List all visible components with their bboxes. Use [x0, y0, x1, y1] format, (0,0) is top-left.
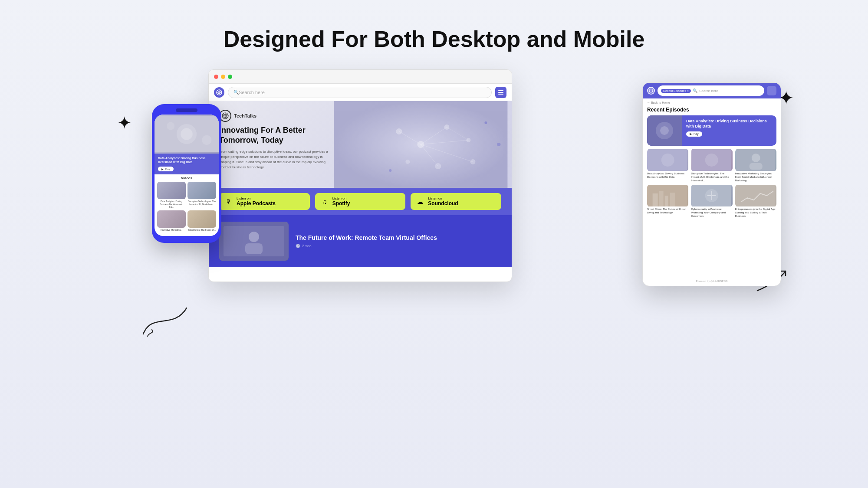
tablet-footer: Powered by ◎ LEARNPOD	[643, 279, 781, 282]
tablet-menu-button[interactable]	[767, 86, 776, 95]
spotify-icon: ♫	[320, 197, 329, 206]
svg-point-45	[751, 154, 760, 162]
video-thumb-inner	[219, 222, 289, 261]
svg-point-4	[202, 135, 211, 145]
laptop-logo	[214, 87, 224, 98]
tablet-search-bar[interactable]: Recent Episodes × 🔍 Search here	[658, 85, 764, 96]
grid-title-4: Smart Cities: The Future of Urban Living…	[647, 208, 688, 215]
svg-point-43	[705, 154, 718, 167]
phone-video-grid: Data Analytics: Driving Business Decisio…	[155, 182, 219, 231]
phone-screen: Data Analytics: Driving Business Decisio…	[155, 115, 219, 236]
tablet-grid-item-3: Innovative Marketing Strategies: From So…	[735, 149, 776, 182]
svg-point-29	[497, 143, 501, 146]
tablet-back-link[interactable]: ← Back to Home	[643, 98, 781, 107]
apple-podcasts-button[interactable]: 🎙 Listen on Apple Podcasts	[219, 193, 310, 210]
hero-title: Innovating For A Better Tomorrow, Today	[219, 125, 315, 146]
chrome-minimize-dot	[221, 75, 225, 79]
svg-rect-51	[670, 193, 675, 206]
svg-rect-34	[245, 243, 263, 254]
grid-title-3: Innovative Marketing Strategies: From So…	[735, 172, 776, 182]
grid-title-6: Entrepreneurship in the Digital Age: Sta…	[735, 208, 776, 218]
svg-point-35	[648, 87, 654, 94]
deco-swirl	[139, 304, 191, 338]
svg-rect-49	[659, 191, 664, 206]
spotify-button[interactable]: ♫ Listen on Spotify	[315, 193, 406, 210]
apple-podcasts-icon: 🎙	[224, 197, 233, 206]
tablet-featured-episode: Data Analytics: Driving Business Decisio…	[647, 115, 776, 146]
brand-logo-area: TechTalks	[219, 110, 332, 122]
tablet-grid-item-2: Disruptive Technologies: The Impact of A…	[691, 149, 732, 182]
svg-point-36	[649, 89, 653, 92]
tablet-filter-tag[interactable]: Recent Episodes ×	[661, 89, 691, 93]
laptop-content: TechTalks Innovating For A Better Tomorr…	[209, 101, 512, 282]
tablet-play-button[interactable]: ▶ Play	[686, 131, 702, 137]
laptop-nav: 🔍 Search here	[209, 84, 512, 101]
grid-title-2: Disruptive Technologies: The Impact of A…	[691, 172, 732, 182]
svg-point-41	[661, 154, 674, 167]
video-thumbnail	[219, 222, 289, 261]
laptop-menu-button[interactable]	[495, 87, 506, 98]
tablet-featured-thumbnail	[647, 115, 682, 146]
grid-thumb-2	[691, 149, 732, 171]
phone-mockup: Data Analytics: Driving Business Decisio…	[152, 104, 221, 243]
video-duration: 🕐 2 sec	[296, 244, 437, 248]
svg-rect-48	[653, 193, 658, 206]
tablet-search-placeholder: Search here	[699, 89, 718, 93]
svg-point-28	[485, 121, 487, 124]
svg-rect-50	[665, 196, 668, 206]
svg-rect-54	[736, 185, 775, 206]
phone-hero-image	[155, 115, 219, 154]
tablet-grid-item-5: Cybersecurity in Business: Protecting Yo…	[691, 185, 732, 218]
tablet-grid-item-4: Smart Cities: The Future of Urban Living…	[647, 185, 688, 218]
laptop-hero: TechTalks Innovating For A Better Tomorr…	[209, 101, 512, 188]
chrome-maximize-dot	[228, 75, 232, 79]
star-decoration-1: ✦	[117, 113, 132, 133]
tablet-featured-info: Data Analytics: Driving Business Decisio…	[682, 115, 776, 146]
tablet-grid-item-1: Data Analytics: Driving Business Decisio…	[647, 149, 688, 182]
tablet-search-icon: 🔍	[693, 88, 697, 93]
video-info: The Future of Work: Remote Team Virtual …	[296, 234, 437, 248]
grid-title-1: Data Analytics: Driving Business Decisio…	[647, 172, 688, 179]
svg-point-2	[181, 128, 193, 140]
phone-notch	[176, 108, 197, 112]
tablet-mockup: Recent Episodes × 🔍 Search here ← Back t…	[642, 82, 781, 286]
grid-thumb-1	[647, 149, 688, 171]
video-title: The Future of Work: Remote Team Virtual …	[296, 234, 437, 241]
soundcloud-icon: ☁	[416, 197, 424, 206]
grid-thumb-5	[691, 185, 732, 206]
tablet-section-title: Recent Episodes	[643, 107, 781, 115]
chrome-close-dot	[214, 75, 218, 79]
laptop-search-bar[interactable]: 🔍 Search here	[228, 87, 492, 98]
phone-episode-title: Data Analytics: Driving Business Decisio…	[158, 156, 215, 164]
phone-videos-label: Videos	[155, 174, 219, 182]
svg-point-33	[249, 232, 259, 242]
phone-video-item-3: Innovative Marketing...	[157, 210, 186, 232]
grid-title-5: Cybersecurity in Business: Protecting Yo…	[691, 208, 732, 218]
grid-thumb-6	[735, 185, 776, 206]
laptop-mockup: 🔍 Search here	[208, 69, 512, 282]
svg-point-3	[167, 122, 175, 130]
phone-video-item-4: Smart Cities: The Future of...	[187, 210, 216, 232]
phone-play-button[interactable]: ▶ Play	[158, 167, 174, 171]
laptop-podcast-section: 🎙 Listen on Apple Podcasts ♫ Listen on S…	[209, 188, 512, 215]
hero-description: From cutting-edge solutions to disruptiv…	[219, 149, 332, 170]
tablet-featured-title: Data Analytics: Driving Business Decisio…	[686, 119, 772, 129]
svg-rect-46	[749, 163, 762, 170]
phone-episode-card: Data Analytics: Driving Business Decisio…	[155, 154, 219, 174]
phone-video-item-1: Data Analytics: Driving Business Decisio…	[157, 182, 186, 209]
phone-content: Data Analytics: Driving Business Decisio…	[155, 115, 219, 236]
svg-point-30	[389, 169, 392, 172]
tablet-nav: Recent Episodes × 🔍 Search here	[643, 83, 781, 98]
laptop-chrome-bar	[209, 70, 512, 84]
hero-visual	[330, 101, 512, 188]
svg-point-39	[660, 126, 669, 135]
tablet-episodes-grid: Data Analytics: Driving Business Decisio…	[643, 149, 781, 218]
page-title: Designed For Both Desktop and Mobile	[224, 26, 645, 52]
laptop-video-section: The Future of Work: Remote Team Virtual …	[209, 215, 512, 267]
grid-thumb-4	[647, 185, 688, 206]
svg-point-20	[406, 160, 410, 164]
tablet-logo	[647, 87, 655, 95]
soundcloud-button[interactable]: ☁ Listen on Soundcloud	[411, 193, 501, 210]
brand-name: TechTalks	[234, 113, 256, 118]
grid-thumb-3	[735, 149, 776, 171]
